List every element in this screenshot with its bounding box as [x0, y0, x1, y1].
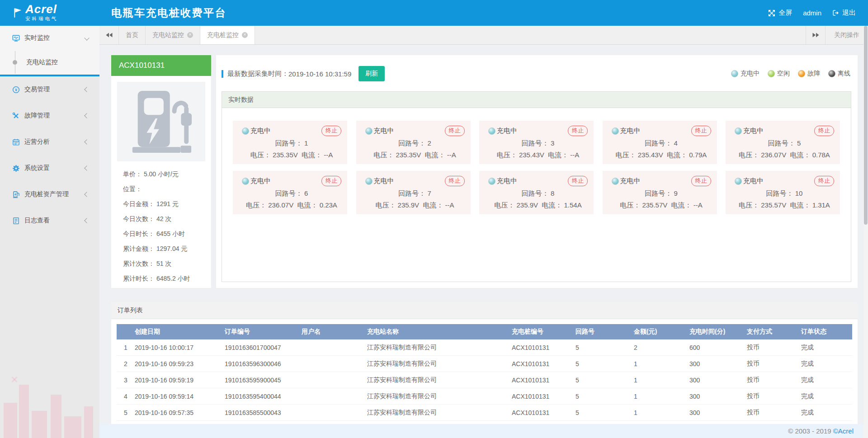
- order-row[interactable]: 52019-10-16 09:57:351910163585500043江苏安科…: [117, 405, 852, 421]
- circuit-card-top: 充电中终止: [488, 126, 588, 136]
- order-row[interactable]: 22019-10-16 09:59:231910163596300046江苏安科…: [117, 356, 852, 372]
- tab-label: 首页: [126, 31, 138, 39]
- tab-pile-monitor[interactable]: 充电桩监控×: [200, 26, 255, 44]
- monitor-icon: [12, 34, 20, 42]
- circuit-card-5: 充电中终止回路号： 5电压： 236.07V 电流： 0.78A: [726, 121, 840, 164]
- tab-home[interactable]: 首页: [119, 26, 146, 44]
- copyright-text: © 2003 - 2019: [788, 427, 831, 435]
- order-row-index: 1: [117, 339, 135, 356]
- main-content: ACX1010131: [99, 44, 863, 438]
- charging-status-icon: [365, 178, 373, 185]
- close-operations-button[interactable]: 关闭操作: [825, 26, 868, 44]
- page-scrollbar: [863, 26, 868, 438]
- log-icon: [12, 217, 20, 225]
- circuit-card-top: 充电中终止: [735, 126, 834, 136]
- order-row[interactable]: 42019-10-16 09:59:141910163595400044江苏安科…: [117, 388, 852, 405]
- brand-link[interactable]: ©Acrel: [833, 427, 854, 435]
- refresh-button[interactable]: 刷新: [359, 66, 385, 81]
- chevron-down-icon: [84, 35, 89, 40]
- open-tabs: 首页充电站监控×充电桩监控×: [119, 26, 255, 44]
- fullscreen-label: 全屏: [778, 9, 792, 17]
- terminate-button[interactable]: 终止: [568, 126, 588, 136]
- legend-offline-icon: [828, 70, 835, 77]
- circuit-status: 充电中: [743, 127, 764, 135]
- sidebar-item-realtime-monitor[interactable]: 实时监控: [0, 26, 99, 50]
- sidebar-item-pile-asset-mgmt[interactable]: 充电桩资产管理: [0, 181, 99, 207]
- orders-title: 订单列表: [111, 302, 858, 319]
- trade-icon: ¥: [12, 86, 20, 94]
- terminate-button[interactable]: 终止: [568, 176, 588, 186]
- fullscreen-button[interactable]: 全屏: [768, 9, 792, 17]
- username[interactable]: admin: [803, 9, 821, 17]
- circuit-number: 回路号： 6: [242, 189, 341, 198]
- legend-label: 故障: [807, 70, 820, 78]
- circuit-card-top: 充电中终止: [612, 176, 711, 186]
- circuit-readings: 电压： 235.35V 电流： --A: [365, 151, 465, 160]
- legend-item-idle: 空闲: [768, 70, 790, 78]
- order-cell: 投币: [747, 372, 801, 388]
- column-header: 回路号: [576, 324, 634, 339]
- order-cell: 300: [689, 405, 747, 421]
- circuit-card-top: 充电中终止: [365, 176, 465, 186]
- sidebar-group-system-settings: 系统设置: [0, 155, 99, 181]
- circuit-status: 充电中: [250, 127, 271, 135]
- collect-time-label: 最新数据采集时间：: [227, 70, 288, 78]
- order-row[interactable]: 32019-10-16 09:59:191910163595900045江苏安科…: [117, 372, 852, 388]
- logout-button[interactable]: 退出: [832, 9, 856, 17]
- circuit-number: 回路号： 3: [488, 139, 588, 148]
- svg-text:¥: ¥: [15, 87, 17, 92]
- order-cell: [302, 372, 367, 388]
- terminate-button[interactable]: 终止: [321, 176, 341, 186]
- footer: © 2003 - 2019 ©Acrel: [99, 424, 863, 438]
- terminate-button[interactable]: 终止: [814, 126, 834, 136]
- tab-close-icon[interactable]: ×: [187, 32, 193, 38]
- tab-close-icon[interactable]: ×: [242, 32, 248, 38]
- sidebar-item-transaction-mgmt[interactable]: ¥交易管理: [0, 76, 99, 103]
- circuit-status: 充电中: [250, 177, 271, 185]
- order-row[interactable]: 12019-10-16 10:00:171910163601700047江苏安科…: [117, 339, 852, 356]
- order-cell: 投币: [747, 388, 801, 405]
- circuit-readings: 电压： 235.43V 电流： --A: [488, 151, 588, 160]
- scrollbar-thumb[interactable]: [864, 26, 868, 225]
- order-row-index: 3: [117, 372, 135, 388]
- charging-status-icon: [488, 178, 495, 185]
- realtime-data-title: 实时数据: [222, 92, 851, 108]
- collect-time-value: 2019-10-16 10:31:59: [288, 70, 351, 78]
- acrel-logo: Acrel 安科瑞电气: [0, 4, 100, 22]
- column-header: 用户名: [302, 324, 367, 339]
- sidebar-item-label: 运营分析: [24, 138, 50, 146]
- circuit-card-top: 充电中终止: [242, 176, 341, 186]
- order-cell: 1: [634, 356, 689, 372]
- terminate-button[interactable]: 终止: [445, 126, 465, 136]
- order-cell: ACX1010131: [512, 372, 576, 388]
- legend-fault-icon: [798, 70, 805, 77]
- circuit-number: 回路号： 2: [365, 139, 465, 148]
- order-cell: [302, 339, 367, 356]
- terminate-button[interactable]: 终止: [691, 126, 711, 136]
- tabs-scroll-right-button[interactable]: [806, 26, 825, 44]
- sidebar-item-system-settings[interactable]: 系统设置: [0, 155, 99, 181]
- pile-stat-line: 累计次数： 51 次: [123, 256, 208, 271]
- sidebar-item-operation-analysis[interactable]: 运营分析: [0, 129, 99, 155]
- orders-table: 创建日期订单编号用户名充电站名称充电桩编号回路号金额(元)充电时间(分)支付方式…: [117, 324, 852, 421]
- sidebar-item-fault-mgmt[interactable]: 故障管理: [0, 103, 99, 129]
- terminate-button[interactable]: 终止: [321, 126, 341, 136]
- order-row-index: 5: [117, 405, 135, 421]
- charging-status-icon: [612, 178, 619, 185]
- tabs-scroll-left-button[interactable]: [99, 26, 119, 44]
- terminate-button[interactable]: 终止: [691, 176, 711, 186]
- order-cell: 投币: [747, 339, 801, 356]
- sidebar-item-log-view[interactable]: 日志查看: [0, 207, 99, 234]
- circuit-status: 充电中: [743, 177, 764, 185]
- sidebar-subitem-station-monitor[interactable]: 充电站监控: [0, 50, 99, 75]
- order-cell: 1910163601700047: [225, 339, 302, 356]
- terminate-button[interactable]: 终止: [445, 176, 465, 186]
- orders-panel: 订单列表 创建日期订单编号用户名充电站名称充电桩编号回路号金额(元)充电时间(分…: [111, 302, 858, 424]
- terminate-button[interactable]: 终止: [814, 176, 834, 186]
- logout-label: 退出: [842, 9, 856, 17]
- order-cell: 2019-10-16 09:59:14: [135, 388, 225, 405]
- charging-status-icon: [242, 127, 249, 135]
- tab-station-monitor[interactable]: 充电站监控×: [146, 26, 200, 44]
- status-legend: 充电中空闲故障离线: [731, 70, 850, 78]
- circuit-readings: 电压： 236.07V 电流： 0.23A: [242, 201, 341, 210]
